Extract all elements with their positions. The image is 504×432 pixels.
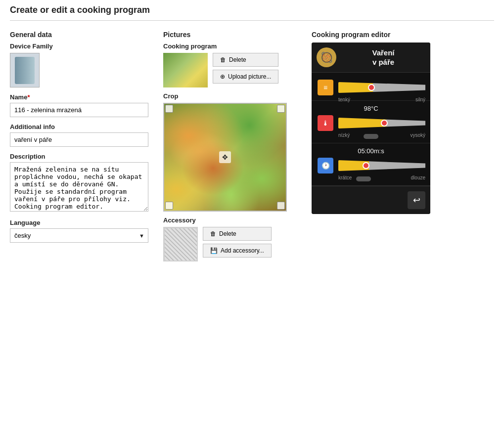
thickness-slider-track	[338, 82, 425, 93]
device-family-label: Device Family	[10, 43, 148, 50]
thickness-slider-row: ≡ tenký silný	[317, 79, 425, 96]
header-food-icon: 🥘	[317, 47, 336, 67]
accessory-buttons: 🗑 Delete 💾 Add accessory...	[203, 227, 272, 258]
crop-handle-top-left[interactable]	[165, 105, 173, 113]
cooking-program-buttons: 🗑 Delete ⊕ Upload picture...	[213, 53, 278, 84]
time-slider-container[interactable]: krátce dlouze	[338, 157, 425, 174]
general-data-section: General data Device Family Name* Additio…	[10, 31, 148, 249]
crop-label: Crop	[163, 92, 297, 100]
time-high-label: dlouze	[411, 175, 425, 180]
back-button[interactable]: ↩	[408, 191, 425, 209]
thickness-low-label: tenký	[338, 97, 350, 102]
pictures-section: Pictures Cooking program 🗑 Delete ⊕ Uplo…	[163, 31, 297, 261]
thickness-slider-container[interactable]: tenký silný	[338, 79, 425, 96]
general-data-label: General data	[10, 31, 148, 39]
thickness-slider-labels: tenký silný	[338, 97, 425, 102]
time-slider-thumb[interactable]	[363, 162, 369, 169]
accessory-row: 🗑 Delete 💾 Add accessory...	[163, 227, 297, 261]
name-label: Name*	[10, 93, 148, 101]
accessory-thumbnail	[163, 227, 198, 261]
upload-icon: ⊕	[220, 73, 225, 80]
temperature-slider-container[interactable]: nízký vysoký	[338, 114, 425, 132]
temperature-slider-row: 🌡 nízký vysoký	[317, 114, 425, 132]
time-slider-labels: krátce dlouze	[338, 175, 425, 180]
additional-info-input[interactable]	[10, 132, 148, 147]
thickness-high-label: silný	[415, 97, 425, 102]
temperature-icon: 🌡	[317, 114, 334, 132]
delete-accessory-button[interactable]: 🗑 Delete	[203, 227, 272, 241]
cooking-program-thumbnail	[163, 53, 208, 87]
accessory-image	[165, 228, 197, 260]
delete-cooking-program-button[interactable]: 🗑 Delete	[213, 53, 278, 67]
trash-icon: 🗑	[220, 56, 226, 63]
accessory-label: Accessory	[163, 216, 297, 224]
thickness-icon: ≡	[317, 79, 334, 96]
editor-header: 🥘 Vaření v páře	[312, 43, 430, 73]
device-family-image	[10, 53, 40, 87]
additional-info-label: Additional info	[10, 123, 148, 130]
crop-move-handle[interactable]: ✥	[219, 151, 231, 163]
add-accessory-icon: 💾	[210, 247, 218, 254]
crop-handle-bottom-right[interactable]	[277, 202, 285, 210]
accessory-section: Accessory 🗑 Delete 💾 Add accessory...	[163, 216, 297, 261]
language-label: Language	[10, 219, 148, 226]
language-select[interactable]: česky English Deutsch Français	[10, 228, 148, 243]
name-input[interactable]	[10, 103, 148, 117]
page-title: Create or edit a cooking program	[10, 5, 494, 21]
crop-handle-bottom-left[interactable]	[165, 202, 173, 210]
time-low-label: krátce	[338, 175, 352, 180]
trash-icon-accessory: 🗑	[210, 230, 216, 237]
time-display-value: 05:00m:s	[317, 147, 425, 155]
temperature-slider-labels: nízký vysoký	[338, 132, 425, 138]
pictures-label: Pictures	[163, 31, 297, 39]
crop-handles: ✥	[164, 104, 286, 211]
language-select-wrapper: česky English Deutsch Français ▼	[10, 228, 148, 243]
temperature-slider-thumb[interactable]	[381, 120, 388, 127]
add-accessory-button[interactable]: 💾 Add accessory...	[203, 244, 272, 258]
time-slider-row: 🕐 krátce dlouze	[317, 157, 425, 174]
crop-section: Crop ✥	[163, 92, 297, 212]
crop-handle-top-right[interactable]	[277, 105, 285, 113]
editor-footer: ↩	[312, 186, 430, 214]
cooking-program-editor-section: Cooking program editor 🥘 Vaření v páře ≡	[312, 31, 494, 214]
required-indicator: *	[27, 93, 30, 101]
crop-image-box[interactable]: ✥	[163, 103, 287, 212]
thickness-slider-thumb[interactable]	[368, 84, 375, 91]
editor-panel: 🥘 Vaření v páře ≡	[312, 43, 430, 214]
thickness-section: ≡ tenký silný	[312, 73, 430, 101]
temp-low-label: nízký	[338, 132, 350, 138]
time-section: 05:00m:s 🕐 krátce dlouze	[312, 143, 430, 186]
cooking-program-row: 🗑 Delete ⊕ Upload picture...	[163, 53, 297, 87]
description-label: Description	[10, 153, 148, 160]
time-slider-track	[338, 160, 425, 171]
time-icon: 🕐	[317, 157, 334, 174]
description-textarea[interactable]: Mražená zelenina se na sítu propláchne v…	[10, 162, 148, 212]
temperature-section: 98°C 🌡 nízký vysoký	[312, 101, 430, 143]
upload-picture-button[interactable]: ⊕ Upload picture...	[213, 70, 278, 84]
editor-section-title: Cooking program editor	[312, 31, 494, 39]
editor-program-title: Vaření v páře	[341, 48, 425, 67]
cooking-program-pictures: Cooking program 🗑 Delete ⊕ Upload pictur…	[163, 43, 297, 87]
temp-display-value: 98°C	[317, 105, 425, 112]
cooking-program-sub-label: Cooking program	[163, 43, 297, 50]
temp-high-label: vysoký	[410, 132, 425, 138]
